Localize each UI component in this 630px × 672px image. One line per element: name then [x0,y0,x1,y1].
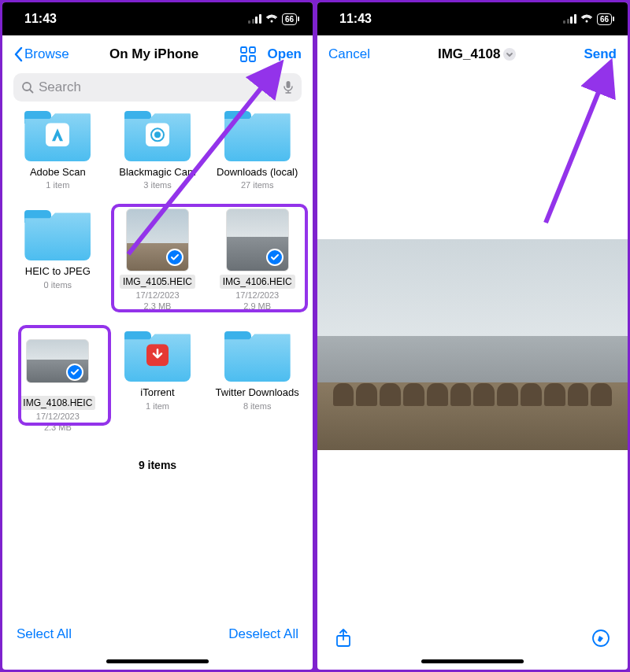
cellular-icon [563,14,576,24]
file-img-4105[interactable]: IMG_4105.HEIC 17/12/2023 2.3 MB [112,209,204,311]
select-all-button[interactable]: Select All [17,626,72,642]
status-bar: 11:43 66 [2,2,313,35]
image-preview[interactable] [317,72,628,617]
svg-rect-1 [250,47,255,53]
file-img-4106[interactable]: IMG_4106.HEIC 17/12/2023 2.9 MB [211,209,303,311]
home-indicator[interactable] [106,659,209,663]
folder-blackmagic[interactable]: Blackmagic Cam 3 items [112,109,204,190]
cancel-button[interactable]: Cancel [328,46,370,62]
markup-icon[interactable] [591,629,610,648]
send-button[interactable]: Send [584,46,617,62]
view-toggle-button[interactable] [239,46,257,63]
cellular-icon [248,14,261,24]
battery-icon: 66 [282,13,297,25]
status-bar: 11:43 66 [317,2,628,35]
folder-itorrent[interactable]: iTorrent 1 item [112,330,204,432]
open-button[interactable]: Open [268,46,302,62]
file-img-4108[interactable]: IMG_4108.HEIC 17/12/2023 2.3 MB [12,330,104,432]
folder-downloads[interactable]: Downloads (local) 27 items [211,109,303,190]
svg-point-12 [503,48,516,61]
adobe-icon [46,123,69,150]
camera-icon [146,123,169,150]
battery-icon: 66 [597,13,612,25]
svg-rect-0 [241,47,246,53]
item-count: 9 items [12,451,303,487]
mic-icon[interactable] [283,80,294,94]
home-indicator[interactable] [421,659,524,663]
status-time: 11:43 [339,12,372,26]
page-title[interactable]: IMG_4108 [370,46,584,62]
svg-point-9 [154,131,161,138]
bottom-toolbar: Select All Deselect All [2,618,313,655]
app-icon [146,345,169,370]
nav-bar: Cancel IMG_4108 Send [317,35,628,72]
search-icon [21,81,34,94]
search-field[interactable]: Search [13,73,302,102]
status-time: 11:43 [24,12,57,26]
bottom-toolbar [317,617,628,655]
page-title: On My iPhone [69,46,239,62]
share-icon[interactable] [335,628,352,648]
deselect-all-button[interactable]: Deselect All [228,626,298,642]
folder-heic-jpeg[interactable]: HEIC to JPEG 0 items [12,209,104,311]
file-grid: Adobe Scan 1 item Blackmagic Cam 3 items… [2,109,313,618]
files-picker-screen: 11:43 66 Browse On My iPhone Open Search [2,2,313,670]
back-button[interactable]: Browse [13,46,69,62]
check-icon [266,249,284,266]
folder-adobe-scan[interactable]: Adobe Scan 1 item [12,109,104,190]
svg-rect-3 [250,56,255,61]
chevron-down-icon [503,48,516,61]
svg-rect-5 [287,81,291,88]
nav-bar: Browse On My iPhone Open [2,35,313,72]
folder-twitter-downloads[interactable]: Twitter Downloads 8 items [211,330,303,432]
svg-rect-2 [241,56,246,61]
wifi-icon [265,14,278,24]
send-preview-screen: 11:43 66 Cancel IMG_4108 Send [317,2,628,670]
wifi-icon [580,14,593,24]
